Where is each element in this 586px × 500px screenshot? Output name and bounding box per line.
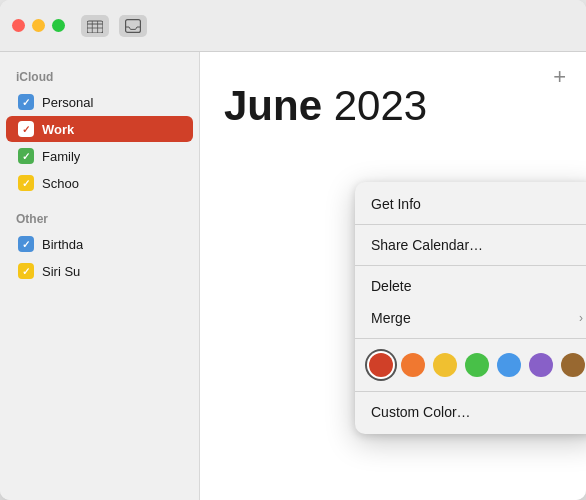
color-option-brown[interactable] [561,353,585,377]
sidebar-item-label: Work [42,122,74,137]
month-name: June [224,82,322,129]
month-title: June 2023 [224,82,562,130]
merge-menu-item[interactable]: Merge › [355,302,586,334]
titlebar [0,0,586,52]
titlebar-controls [81,15,147,37]
color-option-orange[interactable] [401,353,425,377]
sidebar: iCloud ✓ Personal ✓ Work ✓ Family [0,52,200,500]
icloud-section-label: iCloud [0,64,199,88]
work-checkbox: ✓ [18,121,34,137]
menu-separator-2 [355,265,586,266]
context-menu: Get Info Share Calendar… Delete Merge › [355,182,586,434]
color-option-blue[interactable] [497,353,521,377]
birthdays-checkbox: ✓ [18,236,34,252]
other-section-label: Other [0,206,199,230]
svg-rect-0 [87,21,103,33]
year-label: 2023 [334,82,427,129]
delete-menu-item[interactable]: Delete [355,270,586,302]
personal-checkbox: ✓ [18,94,34,110]
siri-checkbox: ✓ [18,263,34,279]
share-calendar-menu-item[interactable]: Share Calendar… [355,229,586,261]
minimize-button[interactable] [32,19,45,32]
traffic-lights [12,19,65,32]
sidebar-item-birthdays[interactable]: ✓ Birthda [6,231,193,257]
sidebar-item-personal[interactable]: ✓ Personal [6,89,193,115]
add-event-button[interactable]: + [553,66,566,88]
svg-rect-5 [126,19,141,32]
content-area: iCloud ✓ Personal ✓ Work ✓ Family [0,52,586,500]
color-option-purple[interactable] [529,353,553,377]
sidebar-item-family[interactable]: ✓ Family [6,143,193,169]
sidebar-item-label: Schoo [42,176,79,191]
menu-separator-1 [355,224,586,225]
maximize-button[interactable] [52,19,65,32]
sidebar-item-label: Birthda [42,237,83,252]
color-option-green[interactable] [465,353,489,377]
sidebar-item-label: Siri Su [42,264,80,279]
sidebar-item-work[interactable]: ✓ Work [6,116,193,142]
school-checkbox: ✓ [18,175,34,191]
color-option-yellow[interactable] [433,353,457,377]
close-button[interactable] [12,19,25,32]
app-window: iCloud ✓ Personal ✓ Work ✓ Family [0,0,586,500]
submenu-chevron-icon: › [579,311,583,325]
color-palette [355,343,586,387]
custom-color-menu-item[interactable]: Custom Color… [355,396,586,428]
inbox-icon[interactable] [119,15,147,37]
menu-separator-4 [355,391,586,392]
sidebar-item-label: Personal [42,95,93,110]
color-option-red[interactable] [369,353,393,377]
sidebar-item-siri[interactable]: ✓ Siri Su [6,258,193,284]
calendar-grid-icon[interactable] [81,15,109,37]
sidebar-item-label: Family [42,149,80,164]
sidebar-item-school[interactable]: ✓ Schoo [6,170,193,196]
main-area: + June 2023 Get Info Share Calendar… Del… [200,52,586,500]
menu-separator-3 [355,338,586,339]
get-info-menu-item[interactable]: Get Info [355,188,586,220]
family-checkbox: ✓ [18,148,34,164]
